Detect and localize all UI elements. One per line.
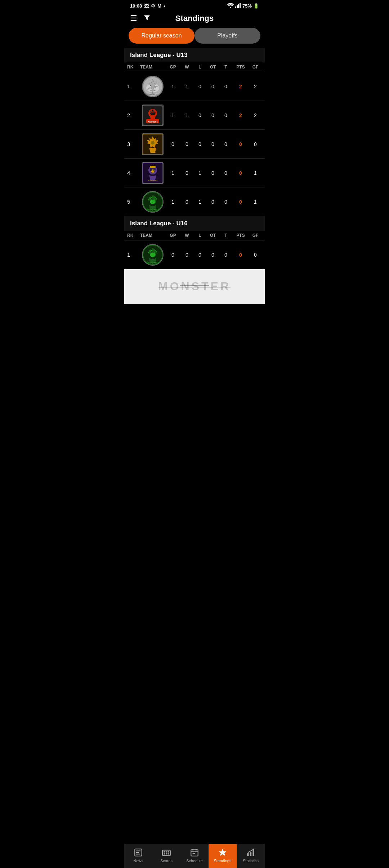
sharks-logo: SHARKS xyxy=(142,76,164,97)
battery-icon: 🔋 xyxy=(253,3,259,9)
svg-text:MACAU ACES: MACAU ACES xyxy=(147,262,159,264)
svg-point-26 xyxy=(151,169,152,170)
monster-logo: MONSTER xyxy=(158,276,231,297)
svg-rect-45 xyxy=(136,852,139,853)
nav-scores-label: Scores xyxy=(160,859,173,863)
table-header-u13: RK TEAM GP W L OT T PTS GF GA GD xyxy=(124,62,265,72)
table-row[interactable]: 2 WARRIORS 1 1 0 0 0 2 xyxy=(124,101,265,130)
svg-rect-49 xyxy=(166,851,167,852)
svg-rect-59 xyxy=(194,853,195,854)
regular-season-button[interactable]: Regular season xyxy=(129,28,194,44)
svg-text:SHARKS: SHARKS xyxy=(148,93,157,96)
team-logo-cell: HONG KONG xyxy=(140,161,165,185)
nav-scores[interactable]: Scores xyxy=(152,844,180,868)
filter-icon[interactable] xyxy=(143,13,151,23)
battery-text: 75% xyxy=(242,3,252,9)
top-bar: ☰ Standings xyxy=(124,10,265,28)
nav-standings[interactable]: Standings xyxy=(209,844,237,868)
nav-standings-label: Standings xyxy=(214,859,232,863)
standings-icon xyxy=(218,848,227,857)
svg-rect-61 xyxy=(250,852,251,856)
svg-point-39 xyxy=(150,253,156,257)
svg-point-33 xyxy=(150,200,156,204)
page-title: Standings xyxy=(175,14,214,23)
team-logo-cell: MACAU ACES xyxy=(140,243,165,267)
aces-logo: MACAU ACES xyxy=(142,191,164,213)
svg-point-14 xyxy=(151,111,152,112)
content-scroll: Regular season Playoffs Island League - … xyxy=(124,28,265,333)
playoffs-button[interactable]: Playoffs xyxy=(194,28,260,44)
svg-rect-2 xyxy=(237,5,238,8)
team-logo-cell: SHARKS xyxy=(140,74,165,99)
mail-icon: M xyxy=(157,3,161,9)
svg-rect-1 xyxy=(235,6,236,8)
schedule-icon xyxy=(190,848,199,857)
status-right: 75% 🔋 xyxy=(227,3,259,9)
monster-banner: MONSTER xyxy=(124,269,265,304)
team-logo-cell: KINGS xyxy=(140,132,165,156)
kings-logo: KINGS xyxy=(142,133,164,155)
scores-icon xyxy=(162,848,171,857)
team-logo-cell: MACAU ACES xyxy=(140,190,165,214)
wifi-icon xyxy=(227,3,234,9)
svg-point-63 xyxy=(252,849,254,850)
svg-rect-3 xyxy=(238,4,239,8)
svg-point-38 xyxy=(151,250,152,251)
svg-rect-4 xyxy=(240,3,241,8)
table-row[interactable]: 5 MACAU ACES 1 0 1 0 0 0 1 2 -1 xyxy=(124,187,265,216)
league-u16-header: Island League - U16 xyxy=(124,216,265,231)
statistics-icon xyxy=(246,848,255,857)
svg-rect-62 xyxy=(252,850,254,856)
status-left: 19:08 🖼 ⚙ M • xyxy=(130,3,165,9)
svg-rect-53 xyxy=(167,853,169,854)
svg-rect-24 xyxy=(150,166,156,168)
bottom-nav: News Scores Schedule Standings xyxy=(124,844,265,868)
table-row[interactable]: 1 MACAU ACES 0 0 0 0 0 0 0 0 0 xyxy=(124,240,265,269)
svg-rect-51 xyxy=(164,853,165,854)
aces-u16-logo: MACAU ACES xyxy=(142,244,164,266)
svg-rect-47 xyxy=(162,850,170,856)
signal-icon xyxy=(235,3,241,9)
svg-point-0 xyxy=(230,7,231,8)
svg-rect-58 xyxy=(193,853,194,854)
svg-text:KINGS: KINGS xyxy=(150,151,156,153)
table-header-u16: RK TEAM GP W L OT T PTS GF GA GD xyxy=(124,231,265,240)
svg-text:WARRIORS: WARRIORS xyxy=(148,121,158,123)
nav-news[interactable]: News xyxy=(124,844,152,868)
nav-schedule-label: Schedule xyxy=(186,859,203,863)
team-logo-cell: WARRIORS xyxy=(140,103,165,128)
table-row[interactable]: 1 SHARKS 1 1 0 0 0 2 2 1 1 xyxy=(124,72,265,101)
svg-rect-50 xyxy=(167,851,169,852)
svg-point-32 xyxy=(151,197,152,198)
svg-rect-52 xyxy=(166,853,167,854)
hamburger-icon[interactable]: ☰ xyxy=(130,14,137,23)
svg-rect-48 xyxy=(164,851,165,852)
svg-text:MACAU ACES: MACAU ACES xyxy=(147,209,159,211)
svg-point-19 xyxy=(151,141,155,145)
time: 19:08 xyxy=(130,3,142,9)
svg-text:MONSTER: MONSTER xyxy=(158,280,231,293)
dot-icon: • xyxy=(164,3,165,9)
svg-rect-60 xyxy=(247,853,249,856)
nav-news-label: News xyxy=(133,859,143,863)
status-bar: 19:08 🖼 ⚙ M • 75% 🔋 xyxy=(124,0,265,10)
svg-point-15 xyxy=(154,111,155,112)
table-row[interactable]: 4 HONG KONG 1 0 1 0 0 0 xyxy=(124,159,265,187)
svg-rect-46 xyxy=(136,854,140,854)
warriors-logo: WARRIORS xyxy=(142,105,164,126)
season-toggle: Regular season Playoffs xyxy=(129,28,260,44)
table-row[interactable]: 3 KINGS 0 0 0 0 0 0 0 0 0 xyxy=(124,130,265,159)
svg-rect-44 xyxy=(136,851,141,851)
nav-statistics[interactable]: Statistics xyxy=(237,844,265,868)
news-icon xyxy=(134,848,143,857)
gallery-icon: 🖼 xyxy=(144,3,149,9)
nav-statistics-label: Statistics xyxy=(243,859,259,863)
svg-text:HONG KONG: HONG KONG xyxy=(148,180,157,181)
settings-icon: ⚙ xyxy=(151,3,155,9)
tycoons-logo: HONG KONG xyxy=(142,162,164,184)
league-u13-header: Island League - U13 xyxy=(124,48,265,62)
nav-schedule[interactable]: Schedule xyxy=(180,844,209,868)
svg-point-27 xyxy=(153,169,155,170)
svg-point-7 xyxy=(150,85,151,86)
